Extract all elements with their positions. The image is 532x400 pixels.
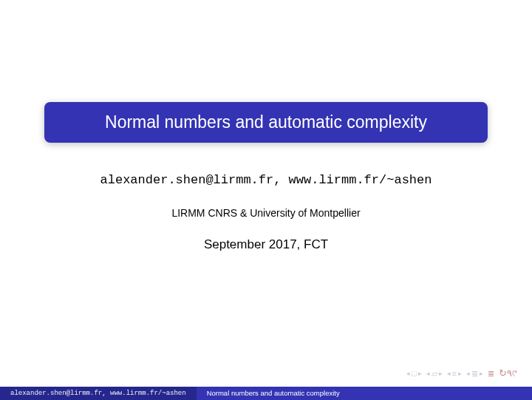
institute: LIRMM CNRS & University of Montpellier: [0, 207, 532, 219]
nav-section[interactable]: ◂≡▸: [447, 370, 462, 378]
slide: Normal numbers and automatic complexity …: [0, 0, 532, 400]
title-block: Normal numbers and automatic complexity: [44, 102, 488, 143]
footer: alexander.shen@lirmm.fr, www.lirmm.fr/~a…: [0, 387, 532, 400]
nav-frame[interactable]: ◂□▸: [406, 370, 422, 378]
nav-slide[interactable]: ◂≣▸: [466, 370, 483, 378]
nav-loop-icon[interactable]: ↻۹୯: [499, 367, 516, 379]
nav-controls: ◂□▸ ◂▱▸ ◂≡▸ ◂≣▸ ≣ ↻۹୯: [406, 367, 516, 379]
nav-subsection[interactable]: ◂▱▸: [426, 370, 443, 378]
author: alexander.shen@lirmm.fr, www.lirmm.fr/~a…: [0, 173, 532, 187]
footer-title: Normal numbers and automatic complexity: [197, 387, 532, 400]
footer-author: alexander.shen@lirmm.fr, www.lirmm.fr/~a…: [0, 387, 197, 400]
title-text: Normal numbers and automatic complexity: [105, 112, 427, 132]
nav-presentation-icon[interactable]: ≣: [488, 370, 494, 378]
date: September 2017, FCT: [0, 237, 532, 252]
